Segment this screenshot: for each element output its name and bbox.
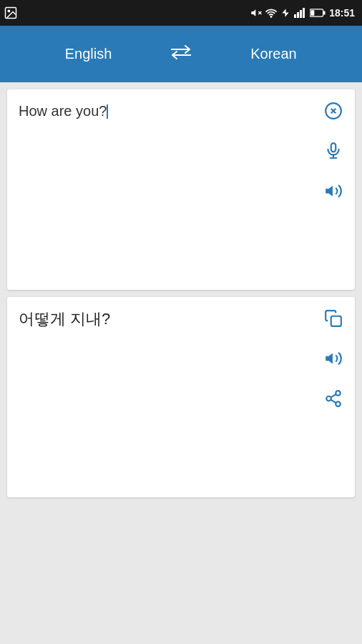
source-language-button[interactable]: English: [14, 46, 162, 62]
gallery-icon: [4, 6, 17, 19]
signal-bars: [294, 8, 305, 18]
svg-point-23: [336, 401, 341, 406]
svg-marker-18: [326, 185, 333, 196]
status-bar: 18:51: [0, 0, 362, 26]
toolbar: English Korean: [0, 26, 362, 82]
status-time: 18:51: [329, 7, 355, 19]
battery-icon: [310, 8, 326, 18]
output-speaker-button[interactable]: [321, 346, 346, 371]
input-speaker-button[interactable]: [321, 178, 346, 204]
charging-icon: [280, 7, 290, 19]
svg-point-21: [336, 391, 341, 396]
svg-point-5: [271, 16, 272, 17]
input-card: How are you?: [7, 89, 355, 290]
svg-rect-15: [331, 143, 336, 152]
wifi-icon: [265, 7, 277, 19]
main-content: How are you?: [0, 82, 362, 504]
text-cursor: [107, 104, 108, 119]
input-text[interactable]: How are you?: [19, 101, 343, 244]
status-bar-left: [4, 6, 17, 19]
input-card-icons: [321, 98, 346, 204]
clear-button[interactable]: [321, 98, 346, 124]
status-bar-right: 18:51: [250, 7, 355, 19]
output-card-icons: [321, 306, 346, 411]
swap-languages-button[interactable]: [162, 44, 200, 65]
svg-line-25: [331, 394, 336, 397]
svg-marker-2: [252, 9, 256, 16]
svg-point-1: [8, 10, 11, 13]
copy-button[interactable]: [321, 306, 346, 331]
svg-line-24: [331, 400, 336, 403]
output-card: 어떻게 지내?: [7, 297, 355, 497]
target-language-button[interactable]: Korean: [200, 46, 348, 62]
output-text: 어떻게 지내?: [19, 308, 343, 452]
svg-point-22: [326, 396, 331, 401]
share-button[interactable]: [321, 386, 346, 411]
svg-rect-19: [331, 316, 341, 326]
input-text-value: How are you?: [19, 103, 107, 119]
mute-icon: [250, 7, 262, 19]
svg-rect-9: [310, 10, 314, 16]
svg-marker-20: [326, 353, 333, 364]
svg-marker-6: [283, 9, 289, 17]
svg-rect-8: [323, 11, 326, 14]
microphone-button[interactable]: [321, 138, 346, 164]
